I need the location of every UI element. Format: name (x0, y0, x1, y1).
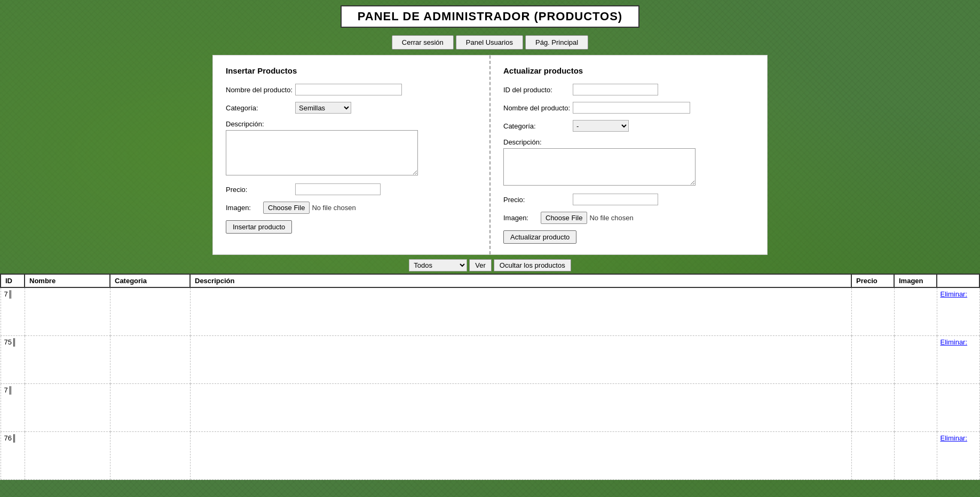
cell-categoria (110, 287, 190, 335)
update-nombre-label: Nombre del producto: (503, 104, 573, 112)
table-row: 75║ Eliminar: (1, 335, 979, 383)
insert-submit-row: Insertar producto (226, 220, 477, 234)
update-imagen-row: Imagen: Choose File No file chosen (503, 212, 754, 224)
insert-panel: Insertar Productos Nombre del producto: … (213, 55, 491, 254)
insert-descripcion-group: Descripción: (226, 120, 477, 177)
update-nombre-input[interactable] (573, 102, 690, 114)
update-imagen-label: Imagen: (503, 214, 541, 222)
cell-acciones: Eliminar: (937, 431, 979, 479)
update-panel-title: Actualizar productos (503, 66, 754, 75)
actualizar-producto-button[interactable]: Actualizar producto (503, 230, 576, 244)
cell-precio (851, 335, 894, 383)
products-table-wrapper: ID Nombre Categoria Descripción Precio I… (0, 274, 980, 480)
update-categoria-label: Categoría: (503, 122, 573, 130)
cell-acciones: Eliminar: (937, 287, 979, 335)
update-id-input[interactable] (573, 84, 658, 95)
cerrar-sesion-button[interactable]: Cerrar sesión (392, 35, 454, 50)
table-row: 76║ Eliminar: (1, 431, 979, 479)
pag-principal-button[interactable]: Pág. Principal (525, 35, 588, 50)
cell-acciones (937, 383, 979, 431)
th-precio: Precio (851, 274, 894, 287)
insert-nombre-row: Nombre del producto: (226, 84, 477, 95)
cell-descripcion (190, 383, 851, 431)
filter-select[interactable]: Todos Semillas Herramientas Abonos Otros (409, 259, 467, 271)
cell-precio (851, 287, 894, 335)
insert-categoria-row: Categoría: Semillas Herramientas Abonos … (226, 102, 477, 114)
cell-id: 7║ (1, 383, 25, 431)
update-descripcion-group: Descripción: (503, 138, 754, 187)
th-imagen: Imagen (894, 274, 937, 287)
update-categoria-select[interactable]: - Semillas Herramientas Abonos Otros (573, 120, 629, 132)
cell-categoria (110, 431, 190, 479)
insert-precio-label: Precio: (226, 186, 295, 194)
update-descripcion-textarea[interactable] (503, 148, 696, 186)
ocultar-button[interactable]: Ocultar los productos (494, 259, 571, 271)
cell-imagen (894, 431, 937, 479)
th-acciones (937, 274, 979, 287)
cell-imagen (894, 335, 937, 383)
insert-precio-input[interactable] (295, 183, 381, 195)
cell-descripcion (190, 431, 851, 479)
page-title: PANEL DE ADMINISTRADOR (PRODUCTOS) (341, 5, 639, 28)
navbar: Cerrar sesión Panel Usuarios Pág. Princi… (0, 32, 980, 55)
update-nombre-row: Nombre del producto: (503, 102, 754, 114)
update-categoria-row: Categoría: - Semillas Herramientas Abono… (503, 120, 754, 132)
update-id-row: ID del producto: (503, 84, 754, 95)
th-descripcion: Descripción (190, 274, 851, 287)
th-categoria: Categoria (110, 274, 190, 287)
cell-id: 7║ (1, 287, 25, 335)
update-panel: Actualizar productos ID del producto: No… (491, 55, 767, 254)
main-panel: Insertar Productos Nombre del producto: … (212, 55, 768, 255)
insert-panel-title: Insertar Productos (226, 66, 477, 75)
insert-precio-row: Precio: (226, 183, 477, 195)
cell-imagen (894, 287, 937, 335)
update-submit-row: Actualizar producto (503, 230, 754, 244)
insert-choose-file-button[interactable]: Choose File (263, 202, 310, 214)
insert-descripcion-textarea[interactable] (226, 130, 418, 175)
th-nombre: Nombre (25, 274, 110, 287)
update-descripcion-label: Descripción: (503, 138, 754, 146)
insert-nombre-input[interactable] (295, 84, 402, 95)
cell-nombre (25, 287, 110, 335)
eliminar-link[interactable]: Eliminar: (941, 290, 968, 298)
eliminar-link[interactable]: Eliminar: (941, 338, 968, 346)
cell-precio (851, 431, 894, 479)
cell-precio (851, 383, 894, 431)
update-choose-file-button[interactable]: Choose File (541, 212, 587, 224)
insert-nombre-label: Nombre del producto: (226, 86, 295, 94)
cell-descripcion (190, 335, 851, 383)
insert-no-file-label: No file chosen (312, 204, 355, 212)
update-precio-input[interactable] (573, 194, 658, 205)
table-row: 7║ (1, 383, 979, 431)
cell-categoria (110, 383, 190, 431)
insert-categoria-select[interactable]: Semillas Herramientas Abonos Otros (295, 102, 351, 114)
update-no-file-label: No file chosen (589, 214, 633, 222)
cell-nombre (25, 431, 110, 479)
cell-imagen (894, 383, 937, 431)
cell-nombre (25, 383, 110, 431)
insertar-producto-button[interactable]: Insertar producto (226, 220, 292, 234)
filter-bar: Todos Semillas Herramientas Abonos Otros… (0, 255, 980, 274)
cell-id: 76║ (1, 431, 25, 479)
update-id-label: ID del producto: (503, 86, 573, 94)
insert-imagen-row: Imagen: Choose File No file chosen (226, 202, 477, 214)
update-precio-label: Precio: (503, 196, 573, 204)
eliminar-link[interactable]: Eliminar: (941, 434, 968, 442)
panel-usuarios-button[interactable]: Panel Usuarios (456, 35, 523, 50)
cell-categoria (110, 335, 190, 383)
cell-id: 75║ (1, 335, 25, 383)
th-id: ID (1, 274, 25, 287)
update-precio-row: Precio: (503, 194, 754, 205)
insert-imagen-label: Imagen: (226, 204, 263, 212)
cell-nombre (25, 335, 110, 383)
insert-categoria-label: Categoría: (226, 104, 295, 112)
insert-descripcion-label: Descripción: (226, 120, 477, 128)
products-table: ID Nombre Categoria Descripción Precio I… (0, 274, 980, 480)
table-row: 7║ Eliminar: (1, 287, 979, 335)
ver-button[interactable]: Ver (469, 259, 492, 271)
cell-acciones: Eliminar: (937, 335, 979, 383)
cell-descripcion (190, 287, 851, 335)
